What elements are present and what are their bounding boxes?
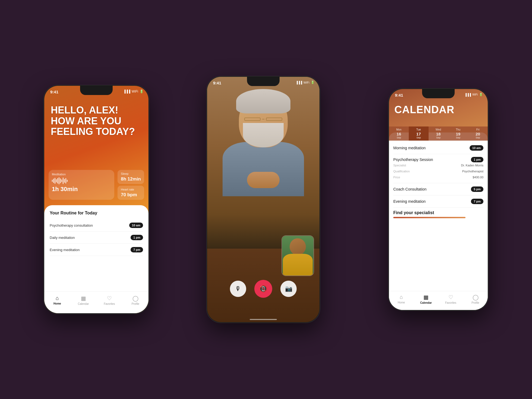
sleep-stat: Sleep 8h 12min [118, 170, 144, 184]
call-controls: 🎙 📵 📷 [207, 280, 319, 298]
glasses-right [266, 118, 282, 121]
notch-calendar [422, 89, 455, 98]
qualification-value: Psychotherapist [462, 170, 483, 173]
home-indicator-video [250, 319, 277, 320]
battery-icon-2: 🔋 [311, 81, 315, 84]
profile-tab-label: Profile [132, 302, 139, 305]
cal-event-psycho[interactable]: Psychotherapy Session 1 pm Specialist Dr… [393, 154, 483, 183]
tab-bar-calendar: ⌂ Home ▦ Calendar ♡ Favorites ◯ Profile [389, 291, 488, 310]
phone-home-inner: 9:41 ▐▐▐ WiFi 🔋 HELLO, ALEX!HOW ARE YOUF… [44, 86, 148, 313]
home-icon-cal: ⌂ [400, 294, 403, 300]
morning-meditation-time: 10 am [470, 145, 483, 151]
battery-icon-3: 🔋 [479, 93, 483, 96]
waveform [52, 177, 111, 185]
coach-consultation-time: 5 pm [471, 186, 483, 192]
price-row: Price $400.00 [393, 174, 483, 180]
battery-icon: 🔋 [140, 90, 144, 93]
cal-day-tue[interactable]: Tue 17 Sep [409, 126, 429, 141]
tab-cal-calendar[interactable]: ▦ Calendar [414, 294, 438, 304]
cal-event-evening[interactable]: Evening meditation 7 pm [393, 195, 483, 208]
calendar-label-cal: Calendar [420, 301, 432, 304]
tab-bar-home: ⌂ Home ▦ Calendar ♡ Favorites ◯ Profile [44, 292, 148, 313]
pip-head [290, 238, 306, 255]
cal-event-morning[interactable]: Morning meditation 10 am [393, 142, 483, 154]
wave-bar [67, 180, 68, 182]
calendar-icon-cal: ▦ [423, 294, 429, 300]
greeting-text: HELLO, ALEX!HOW ARE YOUFEELING TODAY? [51, 105, 142, 137]
meditation-time: 1h 30min [52, 186, 111, 193]
phone-calendar: 9:41 ▐▐▐ WiFi 🔋 CALENDAR Mon 16 Sep Tue [388, 88, 489, 311]
day-num-wed: 18 [436, 132, 441, 136]
signal-icon-3: ▐▐▐ [465, 93, 471, 96]
glasses-left [244, 118, 261, 121]
calendar-title: CALENDAR [394, 104, 454, 116]
tab-cal-favorites[interactable]: ♡ Favorites [438, 294, 463, 304]
cal-event-coach[interactable]: Coach Consultation 5 pm [393, 183, 483, 195]
heartrate-value: 70 bpm [121, 192, 141, 198]
day-month-fri: Sep [476, 136, 480, 139]
tab-profile[interactable]: ◯ Profile [122, 295, 148, 305]
day-num-tue: 17 [416, 132, 421, 136]
wave-bar [52, 180, 53, 182]
wifi-icon-3: WiFi [472, 93, 478, 96]
cal-day-mon[interactable]: Mon 16 Sep [389, 126, 409, 141]
tab-calendar[interactable]: ▦ Calendar [70, 295, 96, 305]
routine-item-1[interactable]: Psychotherapy consultation 10 am [50, 219, 143, 232]
tab-cal-profile[interactable]: ◯ Profile [463, 294, 488, 304]
tab-favorites[interactable]: ♡ Favorites [96, 295, 122, 305]
cal-day-fri[interactable]: Fri 20 Sep [468, 126, 488, 141]
status-time-home: 9:41 [50, 90, 58, 94]
signal-icon: ▐▐▐ [123, 90, 130, 93]
psycho-session-time: 1 pm [471, 157, 483, 162]
home-tab-label: Home [53, 302, 61, 305]
microphone-icon: 🎙 [235, 285, 241, 292]
phone-calendar-inner: 9:41 ▐▐▐ WiFi 🔋 CALENDAR Mon 16 Sep Tue [389, 89, 488, 310]
routine-item-time-3: 7 pm [131, 247, 143, 252]
routine-card: Your Routine for Today Psychotherapy con… [44, 205, 148, 292]
camera-button[interactable]: 📷 [280, 281, 297, 297]
notch-home [80, 86, 113, 95]
psycho-session-label: Psychotherapy Session [393, 157, 433, 162]
sleep-value: 8h 12min [121, 176, 141, 182]
specialist-row: Specialist Dr. Kaden Morris [393, 162, 483, 168]
calendar-content: Morning meditation 10 am Psychotherapy S… [389, 139, 488, 291]
day-name-fri: Fri [476, 128, 480, 131]
end-call-button[interactable]: 📵 [254, 280, 272, 298]
find-specialist-title: Find your specialist [393, 210, 483, 215]
day-name-tue: Tue [416, 128, 421, 131]
routine-item-2[interactable]: Daily meditation 1 pm [50, 232, 143, 244]
routine-title: Your Routine for Today [50, 211, 143, 216]
person-beard [243, 123, 284, 147]
tab-home[interactable]: ⌂ Home [44, 295, 70, 305]
calendar-tab-label: Calendar [78, 302, 89, 305]
routine-item-3[interactable]: Evening meditation 7 pm [50, 244, 143, 256]
phone-video: 9:41 ▐▐▐ WiFi 🔋 [206, 76, 320, 323]
cal-day-wed[interactable]: Wed 18 Sep [429, 126, 448, 141]
meditation-label: Meditation [52, 173, 111, 176]
end-call-icon: 📵 [259, 285, 267, 293]
mute-button[interactable]: 🎙 [230, 281, 246, 297]
home-label-cal: Home [398, 301, 405, 304]
phones-container: 9:41 ▐▐▐ WiFi 🔋 HELLO, ALEX!HOW ARE YOUF… [22, 10, 510, 389]
evening-meditation-label: Evening meditation [393, 199, 426, 204]
sleep-label: Sleep [121, 172, 141, 175]
cal-day-thu[interactable]: Thu 19 Sep [448, 126, 468, 141]
notch-video [247, 77, 280, 86]
tab-cal-home[interactable]: ⌂ Home [389, 294, 414, 304]
profile-icon-cal: ◯ [473, 294, 479, 300]
greeting-section: HELLO, ALEX!HOW ARE YOUFEELING TODAY? [51, 105, 142, 137]
coach-consultation-label: Coach Consultation [393, 187, 426, 191]
specialist-label: Specialist [393, 164, 406, 167]
heartrate-stat: Heart rate 70 bpm [118, 186, 144, 200]
wave-bar [61, 179, 62, 182]
person-silhouette [220, 93, 307, 196]
stats-col: Sleep 8h 12min Heart rate 70 bpm [118, 170, 144, 200]
favorites-label-cal: Favorites [445, 301, 456, 304]
day-name-thu: Thu [456, 128, 460, 131]
qualification-row: Qualification Psychotherapist [393, 168, 483, 174]
price-value: $400.00 [473, 176, 483, 179]
person-hair [236, 89, 290, 113]
stats-row: Meditation 1 [49, 170, 144, 200]
specialist-bar [393, 217, 465, 218]
signal-icon-2: ▐▐▐ [296, 81, 302, 84]
